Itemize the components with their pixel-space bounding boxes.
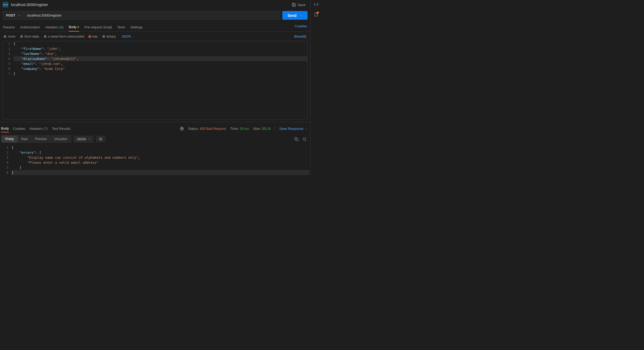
svg-line-6 xyxy=(305,140,306,141)
titlebar: HTTP localhost:3000/register Save xyxy=(0,0,310,9)
response-tab-cookies[interactable]: Cookies xyxy=(13,125,25,132)
response-tab-headers[interactable]: Headers (7) xyxy=(30,125,48,132)
cookies-link[interactable]: Cookies xyxy=(295,24,307,30)
comments-button[interactable] xyxy=(314,12,318,17)
tab-authorization[interactable]: Authorization xyxy=(20,23,40,31)
response-tab-body[interactable]: Body xyxy=(1,125,9,132)
chevron-down-icon xyxy=(18,14,20,17)
beautify-button[interactable]: Beautify xyxy=(294,34,307,38)
tab-body[interactable]: Body xyxy=(69,23,79,32)
code-snippet-button[interactable] xyxy=(314,2,319,7)
tab-body-label: Body xyxy=(69,25,77,29)
response-code: { "errors": [ "Display name can consist … xyxy=(12,145,309,175)
tab-settings[interactable]: Settings xyxy=(130,23,143,31)
response-tab-test-results[interactable]: Test Results xyxy=(52,125,71,132)
tab-params[interactable]: Params xyxy=(3,23,15,31)
view-pretty[interactable]: Pretty xyxy=(2,136,18,142)
response-view-row: Pretty Raw Preview Visualize JSON xyxy=(0,132,310,145)
request-body-editor[interactable]: 1 2 3 4 5 6 7 { ····"firstName":·"john",… xyxy=(3,41,308,120)
raw-format-select[interactable]: JSON xyxy=(122,34,135,38)
status-label: Status: xyxy=(188,127,199,131)
view-tabs: Pretty Raw Preview Visualize xyxy=(1,135,71,143)
response-body-editor[interactable]: 1 2 3 4 5 6 { "errors": [ "Display name … xyxy=(1,145,309,175)
request-bar: POST Send xyxy=(0,9,310,21)
status-value: 400 Bad Request xyxy=(200,127,226,131)
size-label: Size: xyxy=(253,127,261,131)
http-badge-icon: HTTP xyxy=(3,2,8,8)
time-label: Time: xyxy=(230,127,239,131)
body-type-row: none form-data x-www-form-urlencoded raw… xyxy=(0,32,310,41)
wrap-icon xyxy=(98,137,103,141)
view-preview[interactable]: Preview xyxy=(32,136,50,142)
save-response-button[interactable]: Save Response xyxy=(279,127,308,131)
request-tabs: Params Authorization Headers (8) Body Pr… xyxy=(0,21,310,32)
save-button[interactable]: Save xyxy=(290,2,308,8)
http-method-select[interactable]: POST xyxy=(3,11,24,19)
request-title: localhost:3000/register xyxy=(11,3,48,7)
chevron-down-icon xyxy=(305,127,308,130)
wrap-lines-button[interactable] xyxy=(96,136,105,142)
view-raw[interactable]: Raw xyxy=(18,136,32,142)
response-format-select[interactable]: JSON xyxy=(74,136,94,143)
save-label: Save xyxy=(298,3,305,7)
body-type-formdata[interactable]: form-data xyxy=(20,34,39,38)
tab-headers-label: Headers xyxy=(45,25,58,29)
send-button[interactable]: Send xyxy=(282,11,308,20)
request-code: { ····"firstName":·"john", ····"lastName… xyxy=(13,41,307,76)
divider xyxy=(275,126,275,131)
response-gutter: 1 2 3 4 5 6 xyxy=(1,145,12,175)
tab-headers[interactable]: Headers (8) xyxy=(45,23,64,31)
body-type-none[interactable]: none xyxy=(4,34,15,38)
chevron-down-icon xyxy=(132,35,135,38)
response-headers-count: (7) xyxy=(44,127,48,131)
tab-prerequest[interactable]: Pre-request Script xyxy=(84,23,112,31)
code-icon xyxy=(314,2,319,7)
method-value: POST xyxy=(6,13,15,17)
response-header: Body Cookies Headers (7) Test Results St… xyxy=(0,122,310,132)
body-type-binary[interactable]: binary xyxy=(102,34,116,38)
headers-count: (8) xyxy=(59,25,64,29)
raw-format-value: JSON xyxy=(122,34,131,38)
size-value: 351 B xyxy=(262,127,271,131)
send-label: Send xyxy=(288,13,297,18)
body-type-urlencoded[interactable]: x-www-form-urlencoded xyxy=(44,34,84,38)
svg-point-5 xyxy=(303,137,306,140)
chevron-down-icon xyxy=(88,138,91,140)
url-input[interactable] xyxy=(24,11,280,19)
time-value: 29 ms xyxy=(240,127,249,131)
copy-icon xyxy=(294,137,298,141)
notification-dot xyxy=(317,12,319,13)
save-icon xyxy=(292,3,296,7)
copy-button[interactable] xyxy=(293,136,299,142)
body-modified-indicator xyxy=(77,26,79,28)
request-gutter: 1 2 3 4 5 6 7 xyxy=(3,41,13,76)
body-type-raw[interactable]: raw xyxy=(89,34,98,38)
right-sidebar xyxy=(310,0,322,175)
svg-rect-4 xyxy=(296,138,298,141)
view-visualize[interactable]: Visualize xyxy=(50,136,71,142)
url-group: POST xyxy=(3,11,280,20)
search-button[interactable] xyxy=(302,136,308,142)
globe-icon[interactable] xyxy=(180,127,184,131)
search-icon xyxy=(303,137,307,141)
tab-tests[interactable]: Tests xyxy=(117,23,125,31)
chevron-down-icon xyxy=(300,14,302,17)
